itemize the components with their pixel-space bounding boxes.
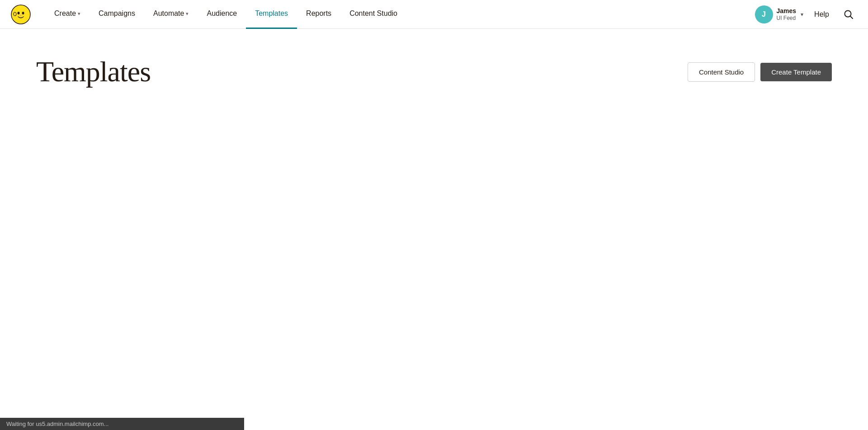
svg-point-1	[18, 12, 20, 14]
nav-item-content-studio-label: Content Studio	[349, 9, 397, 18]
svg-line-6	[850, 16, 853, 18]
page-header: Templates Content Studio Create Template	[36, 56, 832, 88]
nav-item-reports[interactable]: Reports	[297, 0, 340, 29]
content-studio-button[interactable]: Content Studio	[688, 62, 755, 82]
nav-item-templates-label: Templates	[255, 9, 288, 18]
main-nav: Create ▾ Campaigns Automate ▾ Audience T…	[0, 0, 868, 29]
nav-item-create-label: Create	[54, 9, 76, 18]
help-link[interactable]: Help	[811, 10, 833, 19]
user-info: James UI Feed	[777, 7, 797, 22]
status-bar: Waiting for us5.admin.mailchimp.com...	[0, 418, 244, 430]
nav-item-audience-label: Audience	[207, 9, 237, 18]
avatar: J	[755, 5, 773, 23]
nav-item-reports-label: Reports	[306, 9, 331, 18]
avatar-letter: J	[762, 10, 766, 19]
user-name: James	[777, 7, 797, 15]
chevron-down-icon: ▾	[78, 11, 80, 17]
nav-right: J James UI Feed ▾ Help	[755, 5, 858, 23]
nav-item-templates[interactable]: Templates	[246, 0, 297, 29]
search-icon	[844, 9, 854, 19]
svg-point-4	[14, 12, 16, 16]
main-content: Templates Content Studio Create Template	[0, 29, 868, 124]
svg-point-3	[20, 14, 22, 16]
user-menu[interactable]: J James UI Feed ▾	[755, 5, 804, 23]
svg-point-2	[22, 12, 24, 14]
nav-item-campaigns-label: Campaigns	[99, 9, 135, 18]
page-title: Templates	[36, 56, 151, 88]
nav-links: Create ▾ Campaigns Automate ▾ Audience T…	[45, 0, 755, 29]
create-template-button[interactable]: Create Template	[760, 63, 832, 81]
user-dropdown-chevron-icon: ▾	[801, 11, 803, 18]
logo[interactable]	[11, 5, 31, 24]
nav-item-automate-label: Automate	[153, 9, 184, 18]
nav-item-automate[interactable]: Automate ▾	[144, 0, 198, 29]
nav-item-content-studio[interactable]: Content Studio	[340, 0, 406, 29]
header-actions: Content Studio Create Template	[688, 62, 832, 82]
search-button[interactable]	[840, 9, 857, 19]
status-bar-text: Waiting for us5.admin.mailchimp.com...	[6, 421, 108, 427]
nav-item-campaigns[interactable]: Campaigns	[90, 0, 144, 29]
chevron-down-icon: ▾	[186, 11, 189, 17]
nav-item-audience[interactable]: Audience	[198, 0, 246, 29]
nav-item-create[interactable]: Create ▾	[45, 0, 90, 29]
user-subtitle: UI Feed	[777, 15, 797, 22]
